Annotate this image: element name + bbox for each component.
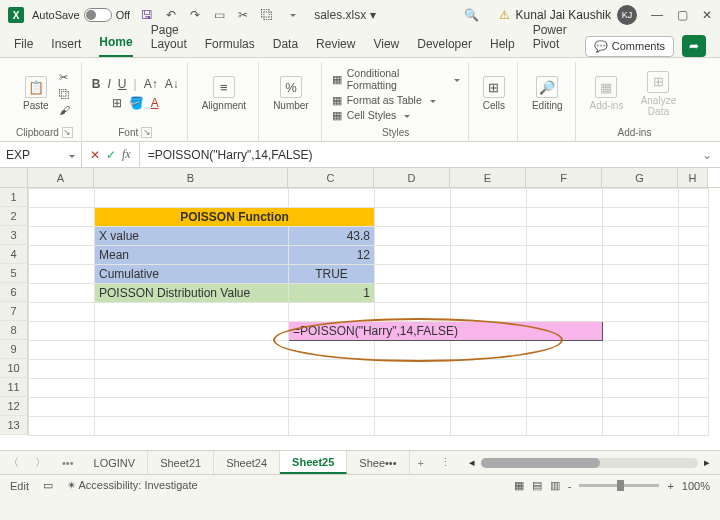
cell[interactable]: 43.8 <box>289 227 375 246</box>
search-icon[interactable]: 🔍 <box>464 8 479 22</box>
col-header[interactable]: H <box>678 168 708 187</box>
redo-icon[interactable]: ↷ <box>188 8 202 22</box>
addins-button[interactable]: ▦Add-ins <box>586 74 628 113</box>
close-button[interactable]: ✕ <box>702 8 712 22</box>
cell-styles-button[interactable]: ▦ Cell Styles <box>332 109 460 121</box>
toggle-icon[interactable] <box>84 8 112 22</box>
expand-formula-bar-button[interactable]: ⌄ <box>694 148 720 162</box>
cell[interactable]: Mean <box>95 246 289 265</box>
row-header[interactable]: 10 <box>0 359 28 378</box>
conditional-formatting-button[interactable]: ▦ Conditional Formatting <box>332 67 460 91</box>
number-button[interactable]: %Number <box>269 74 313 113</box>
sheet-tab[interactable]: Sheet24 <box>214 451 280 474</box>
comments-button[interactable]: 💬 Comments <box>585 36 674 57</box>
copy-button[interactable]: ⿻ <box>59 88 70 100</box>
row-header[interactable]: 11 <box>0 378 28 397</box>
stats-icon[interactable]: ▭ <box>43 479 53 492</box>
zoom-level[interactable]: 100% <box>682 480 710 492</box>
active-cell[interactable]: =POISSON("Harry",14,FALSE) <box>289 322 603 341</box>
row-header[interactable]: 7 <box>0 302 28 321</box>
zoom-out-button[interactable]: - <box>568 480 572 492</box>
minimize-button[interactable]: ― <box>651 8 663 22</box>
col-header[interactable]: F <box>526 168 602 187</box>
row-header[interactable]: 8 <box>0 321 28 340</box>
sheet-tab[interactable]: LOGINV <box>82 451 149 474</box>
alignment-button[interactable]: ≡Alignment <box>198 74 250 113</box>
tab-power-pivot[interactable]: Power Pivot <box>533 23 567 57</box>
col-header[interactable]: E <box>450 168 526 187</box>
spreadsheet-grid[interactable]: A B C D E F G H 1 2 3 4 5 6 7 8 9 10 11 … <box>0 168 720 450</box>
zoom-in-button[interactable]: + <box>667 480 673 492</box>
tab-help[interactable]: Help <box>490 37 515 57</box>
cells-table[interactable]: POISSON Function X value43.8 Mean12 Cumu… <box>28 188 709 436</box>
name-box[interactable]: EXP <box>0 142 82 167</box>
formula-input[interactable]: =POISSON("Harry",14,FALSE) <box>140 148 694 162</box>
scroll-right-icon[interactable]: ▸ <box>704 456 710 469</box>
row-header[interactable]: 5 <box>0 264 28 283</box>
cancel-formula-button[interactable]: ✕ <box>90 148 100 162</box>
row-header[interactable]: 9 <box>0 340 28 359</box>
tab-formulas[interactable]: Formulas <box>205 37 255 57</box>
font-color-button[interactable]: A <box>151 96 159 110</box>
editing-button[interactable]: 🔎Editing <box>528 74 567 113</box>
sheet-nav-prev[interactable]: 〈 <box>0 455 27 470</box>
decrease-font-button[interactable]: A↓ <box>165 77 179 91</box>
save-icon[interactable]: 🖫 <box>140 8 154 22</box>
cell[interactable]: 12 <box>289 246 375 265</box>
increase-font-button[interactable]: A↑ <box>144 77 158 91</box>
tab-page-layout[interactable]: Page Layout <box>151 23 187 57</box>
select-all-corner[interactable] <box>0 168 28 187</box>
row-header[interactable]: 1 <box>0 188 28 207</box>
view-break-button[interactable]: ▥ <box>550 479 560 492</box>
borders-button[interactable]: ⊞ <box>112 96 122 110</box>
view-page-button[interactable]: ▤ <box>532 479 542 492</box>
new-sheet-button[interactable]: + <box>410 457 432 469</box>
autosave-toggle[interactable]: AutoSave Off <box>32 8 130 22</box>
format-painter-button[interactable]: 🖌 <box>59 104 70 116</box>
cell[interactable]: Cumulative <box>95 265 289 284</box>
col-header[interactable]: G <box>602 168 678 187</box>
col-header[interactable]: C <box>288 168 374 187</box>
share-button[interactable]: ➦ <box>682 35 706 57</box>
copy-icon[interactable]: ⿻ <box>260 8 274 22</box>
format-as-table-button[interactable]: ▦ Format as Table <box>332 94 460 106</box>
fx-icon[interactable]: fx <box>122 147 131 162</box>
row-header[interactable]: 6 <box>0 283 28 302</box>
tab-view[interactable]: View <box>373 37 399 57</box>
qat-more-icon[interactable] <box>284 8 298 22</box>
cell[interactable]: TRUE <box>289 265 375 284</box>
cells-button[interactable]: ⊞Cells <box>479 74 509 113</box>
cell[interactable]: X value <box>95 227 289 246</box>
sheet-nav-next[interactable]: 〉 <box>27 455 54 470</box>
filename-label[interactable]: sales.xlsx ▾ <box>314 8 375 22</box>
bold-button[interactable]: B <box>92 77 101 91</box>
cell[interactable]: POISSON Distribution Value <box>95 284 289 303</box>
tab-review[interactable]: Review <box>316 37 355 57</box>
row-header[interactable]: 2 <box>0 207 28 226</box>
underline-button[interactable]: U <box>118 77 127 91</box>
tab-data[interactable]: Data <box>273 37 298 57</box>
tab-file[interactable]: File <box>14 37 33 57</box>
paste-button[interactable]: 📋Paste <box>19 74 53 113</box>
undo-icon[interactable]: ↶ <box>164 8 178 22</box>
enter-formula-button[interactable]: ✓ <box>106 148 116 162</box>
row-header[interactable]: 12 <box>0 397 28 416</box>
sheet-nav-more[interactable]: ••• <box>54 457 82 469</box>
cell[interactable]: 1 <box>289 284 375 303</box>
cut-icon[interactable]: ✂ <box>236 8 250 22</box>
table-title[interactable]: POISSON Function <box>95 208 375 227</box>
row-header[interactable]: 4 <box>0 245 28 264</box>
font-launcher-icon[interactable]: ↘ <box>141 127 152 138</box>
cut-button[interactable]: ✂ <box>59 71 70 84</box>
col-header[interactable]: B <box>94 168 288 187</box>
sheet-tab[interactable]: Sheet21 <box>148 451 214 474</box>
accessibility-button[interactable]: ✴ Accessibility: Investigate <box>67 479 198 492</box>
new-icon[interactable]: ▭ <box>212 8 226 22</box>
tab-home[interactable]: Home <box>99 35 132 57</box>
zoom-slider[interactable] <box>579 484 659 487</box>
sheet-tab[interactable]: Shee ••• <box>347 451 409 474</box>
row-header[interactable]: 13 <box>0 416 28 435</box>
sheet-tab-active[interactable]: Sheet25 <box>280 451 347 474</box>
user-account[interactable]: Kunal Jai Kaushik KJ <box>516 5 637 25</box>
row-header[interactable]: 3 <box>0 226 28 245</box>
